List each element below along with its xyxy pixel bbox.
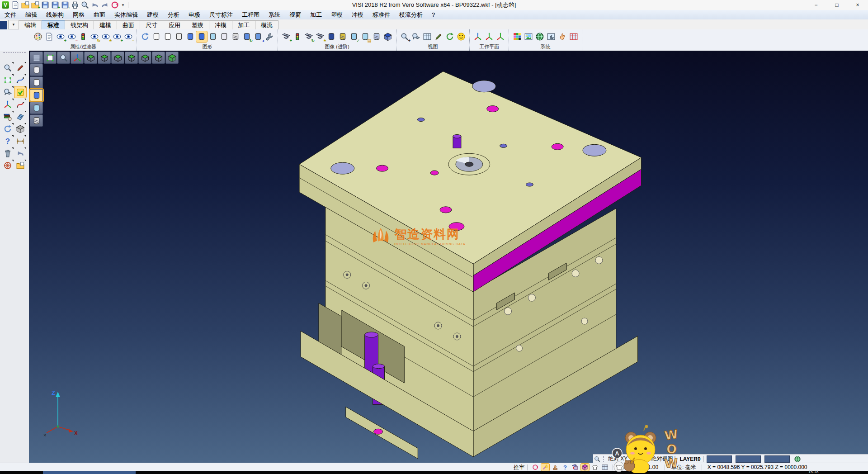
color-swatch-2[interactable] [736, 455, 761, 463]
tab-冲模[interactable]: 冲模 [209, 20, 232, 29]
grid-settings-icon[interactable] [568, 31, 579, 42]
shading-smiley-icon[interactable] [456, 31, 467, 42]
regen-icon[interactable] [2, 123, 14, 134]
history-icon[interactable] [110, 1, 119, 9]
page-properties-icon[interactable] [44, 31, 55, 42]
solid-dark-icon[interactable] [326, 31, 337, 42]
add-visible-icon[interactable]: + [112, 31, 123, 42]
view-manager-icon[interactable] [422, 31, 433, 42]
validate-solid-icon[interactable]: ✓ [349, 31, 359, 42]
tab-加工[interactable]: 加工 [232, 20, 255, 29]
tab-标准[interactable]: 标准 [42, 20, 65, 29]
view-front-icon[interactable] [111, 52, 124, 64]
zoom-in-icon[interactable]: + [399, 31, 410, 42]
tab-应用[interactable]: 应用 [163, 20, 186, 29]
menu-item-18[interactable]: ? [427, 10, 439, 19]
save-icon[interactable] [41, 1, 50, 9]
attributes-books-icon[interactable] [2, 111, 14, 122]
tab-曲面[interactable]: 曲面 [117, 20, 140, 29]
confirm-icon[interactable] [14, 86, 26, 98]
color-swatch-1[interactable] [707, 455, 732, 463]
solid-info-icon[interactable]: ▤ [360, 31, 371, 42]
menu-item-6[interactable]: 建模 [142, 10, 163, 19]
color-table-icon[interactable] [512, 31, 523, 42]
dimension-icon[interactable] [14, 135, 26, 147]
menu-item-2[interactable]: 线架构 [42, 10, 68, 19]
tab-建模[interactable]: 建模 [94, 20, 117, 29]
menu-item-13[interactable]: 加工 [306, 10, 326, 19]
menu-item-1[interactable]: 编辑 [21, 10, 42, 19]
view-mode-label[interactable]: 绝对视图 [651, 455, 673, 463]
close-button[interactable]: × [847, 0, 868, 10]
dynamic-render-icon[interactable]: ↻ [241, 31, 252, 42]
solids-show-icon[interactable]: + [281, 31, 292, 42]
menu-item-14[interactable]: 塑模 [326, 10, 347, 19]
invert-visibility-icon[interactable]: ± [100, 31, 111, 42]
preview-icon[interactable] [80, 1, 90, 9]
help-icon[interactable]: ? [2, 135, 14, 147]
scale-label[interactable]: LS: 1.00 PS: 1.00 [616, 464, 658, 470]
measure-view-icon[interactable] [433, 31, 444, 42]
maximize-button[interactable]: □ [826, 0, 847, 10]
hide-entities-icon[interactable]: − [66, 31, 77, 42]
filter-lights-icon[interactable] [78, 31, 89, 42]
search-icon[interactable] [2, 62, 14, 73]
print-icon[interactable] [71, 1, 80, 9]
new-file-icon[interactable] [11, 1, 20, 9]
render-hidden-icon[interactable] [30, 76, 43, 89]
workplane-entity-icon[interactable] [484, 31, 495, 42]
tab-模流[interactable]: 模流 [255, 20, 278, 29]
menu-item-12[interactable]: 视窗 [285, 10, 306, 19]
status-stamp-icon[interactable] [551, 464, 559, 471]
flat-shaded-view-icon[interactable] [219, 31, 230, 42]
compass-icon[interactable] [2, 160, 14, 171]
status-window-icon[interactable] [601, 464, 609, 471]
view-right-icon[interactable] [152, 52, 165, 64]
globe-icon[interactable] [793, 455, 802, 463]
render-hatch-icon[interactable] [30, 114, 43, 127]
undo-icon[interactable] [90, 1, 99, 9]
view-left-icon[interactable] [138, 52, 151, 64]
status-export-icon[interactable] [571, 464, 579, 471]
view-top-icon[interactable] [84, 52, 97, 64]
render-transparent-icon[interactable] [30, 102, 43, 114]
window-settings-icon[interactable] [546, 31, 557, 42]
hatched-view-icon[interactable] [230, 31, 241, 42]
zoom-solid-icon[interactable] [410, 31, 421, 42]
menu-item-17[interactable]: 模流分析 [395, 10, 427, 19]
solids-refresh-icon[interactable]: ↻ [303, 31, 314, 42]
shaded-view-icon[interactable] [185, 31, 196, 42]
plane-icon[interactable] [14, 111, 26, 122]
render-shaded-icon[interactable] [30, 89, 43, 101]
solid-cube-icon[interactable] [14, 123, 26, 134]
tab-编辑[interactable]: 编辑 [19, 20, 42, 29]
show-entities-icon[interactable]: + [55, 31, 66, 42]
redo-icon[interactable] [100, 1, 109, 9]
status-cube-icon[interactable] [581, 464, 589, 471]
menu-item-7[interactable]: 分析 [163, 10, 184, 19]
dashed-hidden-view-icon[interactable] [174, 31, 184, 42]
color-swatch-3[interactable] [764, 455, 790, 463]
selection-settings-icon[interactable] [557, 31, 568, 42]
menu-item-0[interactable]: 文件 [0, 10, 21, 19]
menu-item-3[interactable]: 网格 [68, 10, 89, 19]
attributes-palette-icon[interactable] [33, 31, 43, 42]
sketch-edit-icon[interactable] [14, 62, 26, 73]
qat-dropdown-icon[interactable]: ▼ [119, 3, 127, 7]
3d-viewport[interactable]: 智造资料网 INTELLIGENT MANUFACTURING DATA Z ×… [29, 51, 868, 463]
rotate-view-icon[interactable] [444, 31, 455, 42]
menu-item-11[interactable]: 系统 [264, 10, 285, 19]
workplane-view-icon[interactable] [495, 31, 506, 42]
menu-item-10[interactable]: 工程图 [237, 10, 264, 19]
selection-box-icon[interactable] [2, 74, 14, 85]
zoom-dynamic-icon[interactable] [57, 52, 70, 64]
status-shirt-icon[interactable] [591, 464, 599, 471]
view-back-icon[interactable] [125, 52, 138, 64]
save-all-icon[interactable]: ↑ [61, 1, 70, 9]
zoom-window-icon[interactable] [43, 52, 57, 64]
solids-invert-icon[interactable]: ± [315, 31, 326, 42]
viewbar-menu-icon[interactable] [30, 52, 43, 64]
minimize-button[interactable]: − [806, 0, 826, 10]
delete-icon[interactable] [2, 147, 14, 159]
solid-striped-icon[interactable] [337, 31, 348, 42]
